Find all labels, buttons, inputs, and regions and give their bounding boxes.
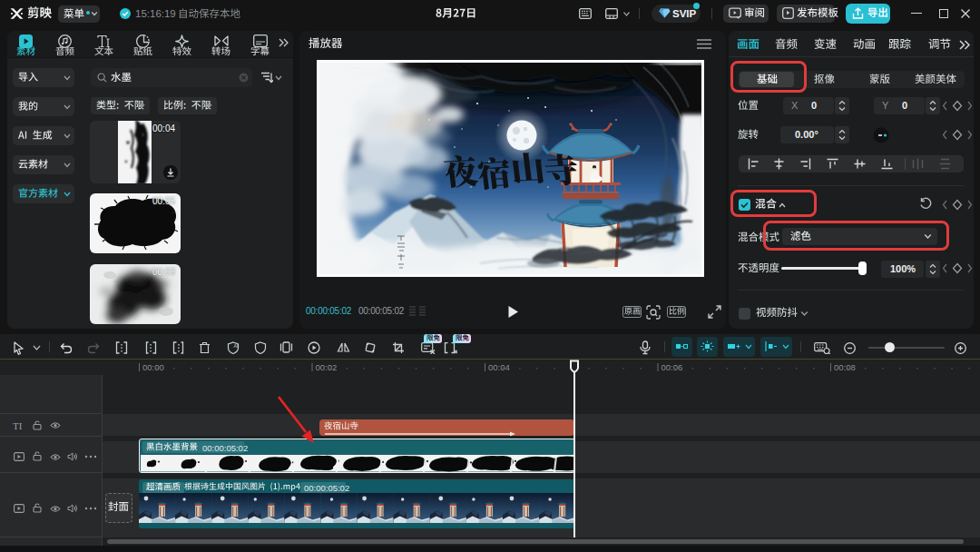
svg-text:00:04: 00:04: [488, 362, 510, 372]
svg-text:AI: AI: [234, 343, 239, 349]
svg-text:00:06: 00:06: [662, 362, 683, 372]
svg-text:00:00: 00:00: [142, 362, 164, 372]
svg-text:00:02: 00:02: [316, 362, 338, 372]
svg-text:00:08: 00:08: [834, 362, 856, 372]
